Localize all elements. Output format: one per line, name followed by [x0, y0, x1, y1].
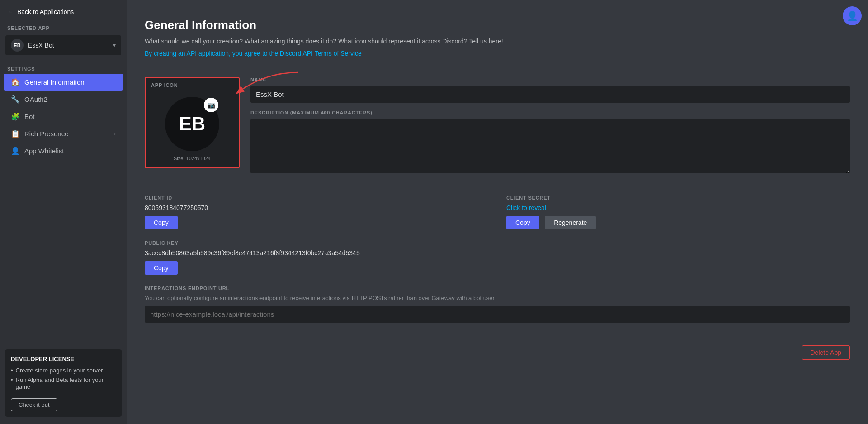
- sidebar-item-rich-presence[interactable]: 📋 Rich Presence ›: [4, 125, 123, 142]
- sidebar-item-app-whitelist[interactable]: 👤 App Whitelist: [4, 143, 123, 159]
- dev-license-item-text: Create store pages in your server: [16, 367, 103, 374]
- public-key-section: PUBLIC KEY 3acec8db50863a5b589c36f89ef8e…: [145, 240, 850, 275]
- client-id-label: CLIENT ID: [145, 195, 488, 200]
- regenerate-button[interactable]: Regenerate: [545, 216, 596, 229]
- description-field-label: DESCRIPTION (MAXIMUM 400 CHARACTERS): [250, 110, 850, 115]
- client-secret-copy-button[interactable]: Copy: [506, 216, 539, 229]
- public-key-label: PUBLIC KEY: [145, 240, 850, 246]
- app-icon-name-row: APP ICON EB 📷 Size: 1024x1024: [145, 77, 850, 182]
- app-icon-initials: EB: [179, 113, 205, 135]
- interactions-endpoint-description: You can optionally configure an interact…: [145, 295, 506, 301]
- client-id-value: 800593184077250570: [145, 204, 488, 211]
- public-key-copy-button[interactable]: Copy: [145, 261, 178, 275]
- sidebar-item-label: Bot: [24, 113, 116, 120]
- selected-app-label: SELECTED APP: [0, 22, 127, 33]
- name-description-col: NAME DESCRIPTION (MAXIMUM 400 CHARACTERS…: [250, 77, 850, 182]
- client-secret-label: CLIENT SECRET: [506, 195, 850, 200]
- settings-label: SETTINGS: [0, 62, 127, 73]
- developer-license-title: DEVELOPER LICENSE: [11, 356, 116, 362]
- app-selector[interactable]: EB EssX Bot ▾: [5, 35, 121, 55]
- sidebar-item-label: OAuth2: [24, 95, 116, 103]
- sidebar-item-general-information[interactable]: 🏠 General Information: [4, 74, 123, 91]
- client-secret-col: CLIENT SECRET Click to reveal Copy Regen…: [506, 195, 850, 229]
- app-icon-content: EB 📷 Size: 1024x1024: [146, 91, 239, 167]
- sidebar: ← Back to Applications SELECTED APP EB E…: [0, 0, 127, 424]
- app-icon-box: APP ICON EB 📷 Size: 1024x1024: [145, 77, 240, 168]
- interactions-endpoint-label: INTERACTIONS ENDPOINT URL: [145, 286, 850, 291]
- app-initials: EB: [14, 43, 20, 48]
- puzzle-icon: 🧩: [11, 112, 20, 121]
- sidebar-nav: 🏠 General Information 🔧 OAuth2 🧩 Bot 📋 R…: [0, 73, 127, 160]
- app-icon-avatar[interactable]: EB 📷: [165, 97, 219, 151]
- chevron-down-icon: ▾: [113, 42, 116, 48]
- sidebar-item-label: General Information: [24, 78, 116, 86]
- client-id-secret-row: CLIENT ID 800593184077250570 Copy CLIENT…: [145, 195, 850, 229]
- click-to-reveal[interactable]: Click to reveal: [506, 204, 850, 211]
- tos-link[interactable]: By creating an API application, you agre…: [145, 50, 362, 57]
- back-label: Back to Applications: [17, 8, 74, 15]
- sidebar-item-label: Rich Presence: [24, 130, 109, 138]
- user-avatar[interactable]: 👤: [843, 6, 862, 25]
- delete-app-button[interactable]: Delete App: [802, 345, 850, 360]
- interactions-endpoint-input[interactable]: [145, 306, 850, 323]
- main-content: General Information What should we call …: [127, 0, 868, 424]
- dev-license-item-2: Run Alpha and Beta tests for your game: [11, 376, 116, 390]
- sidebar-item-bot[interactable]: 🧩 Bot: [4, 108, 123, 125]
- public-key-value: 3acec8db50863a5b589c36f89ef8e47413a216f8…: [145, 249, 850, 257]
- name-input[interactable]: [250, 86, 850, 103]
- wrench-icon: 🔧: [11, 95, 20, 104]
- app-icon-edit-button[interactable]: 📷: [204, 98, 218, 112]
- description-textarea[interactable]: [250, 119, 850, 173]
- camera-icon: 📷: [208, 101, 215, 109]
- client-id-col: CLIENT ID 800593184077250570 Copy: [145, 195, 488, 229]
- dev-license-item-text: Run Alpha and Beta tests for your game: [16, 376, 116, 390]
- name-field-label: NAME: [250, 77, 850, 82]
- app-icon-size: Size: 1024x1024: [174, 156, 211, 161]
- home-icon: 🏠: [11, 78, 20, 86]
- page-subtitle: What should we call your creation? What …: [145, 38, 552, 45]
- app-icon-label: APP ICON: [146, 78, 239, 91]
- client-id-copy-button[interactable]: Copy: [145, 216, 178, 229]
- back-to-applications-link[interactable]: ← Back to Applications: [0, 0, 127, 22]
- person-icon: 👤: [11, 147, 20, 155]
- developer-license-box: DEVELOPER LICENSE Create store pages in …: [5, 349, 122, 417]
- check-it-out-button[interactable]: Check it out: [11, 398, 57, 411]
- app-selector-avatar: EB: [11, 39, 24, 52]
- chevron-right-icon: ›: [114, 131, 116, 137]
- dev-license-item-1: Create store pages in your server: [11, 367, 116, 374]
- page-title: General Information: [145, 18, 850, 32]
- list-icon: 📋: [11, 129, 20, 138]
- app-selector-name: EssX Bot: [28, 42, 108, 49]
- interactions-endpoint-section: INTERACTIONS ENDPOINT URL You can option…: [145, 286, 850, 330]
- sidebar-item-oauth2[interactable]: 🔧 OAuth2: [4, 91, 123, 108]
- back-arrow-icon: ←: [7, 8, 14, 15]
- user-avatar-image: 👤: [847, 10, 858, 21]
- sidebar-item-label: App Whitelist: [24, 147, 116, 155]
